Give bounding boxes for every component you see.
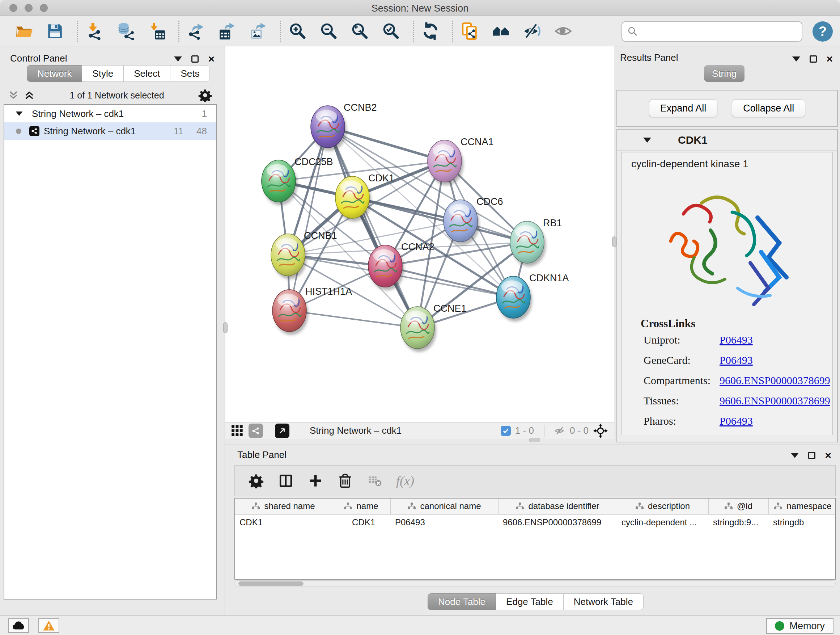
delete-column-button[interactable] [337, 472, 354, 489]
open-session-button[interactable] [14, 21, 34, 41]
import-table-file-button[interactable] [147, 21, 167, 41]
left-splitter-grip[interactable] [223, 322, 227, 333]
network-node-CCNB1[interactable]: CCNB1 [271, 230, 337, 279]
show-all-button[interactable] [553, 21, 573, 41]
table-cell[interactable]: cyclin-dependent ... [617, 515, 709, 530]
panel-close-icon[interactable]: × [826, 54, 833, 65]
network-node-RB1[interactable]: RB1 [510, 218, 562, 266]
zoom-out-button[interactable] [319, 21, 339, 41]
panel-menu-icon[interactable] [791, 453, 799, 458]
selected-count-checkbox[interactable] [501, 426, 511, 436]
open-folder-icon [15, 22, 33, 40]
network-row[interactable]: String Network – cdk1 11 48 [4, 122, 216, 140]
network-node-CCNE1[interactable]: CCNE1 [401, 303, 467, 352]
help-button[interactable]: ? [813, 21, 833, 42]
tab-string[interactable]: String [704, 65, 745, 82]
tab-node-table[interactable]: Node Table [428, 593, 496, 610]
table-options-button[interactable] [248, 472, 264, 489]
network-edge[interactable] [289, 310, 417, 328]
network-node-CDKN1A[interactable]: CDKN1A [496, 272, 569, 321]
search-input[interactable] [642, 26, 797, 37]
tab-select[interactable]: Select [124, 65, 171, 82]
collapse-all-button[interactable]: Collapse All [732, 100, 805, 117]
panel-float-icon[interactable] [191, 55, 199, 63]
hide-selected-button[interactable] [522, 21, 542, 41]
zoom-in-button[interactable] [287, 21, 308, 41]
table-cell[interactable]: stringdb [769, 515, 836, 530]
panel-float-icon[interactable] [810, 55, 817, 63]
right-splitter-grip[interactable] [612, 236, 616, 247]
table-cell[interactable]: P06493 [391, 515, 499, 530]
zoom-fit-button[interactable] [350, 21, 370, 41]
column-header-canonical-name[interactable]: canonical name [391, 499, 499, 514]
tab-network-table[interactable]: Network Table [564, 593, 644, 610]
crosslink-link[interactable]: P06493 [720, 354, 753, 366]
network-edge[interactable] [385, 266, 513, 297]
first-neighbors-button[interactable] [491, 21, 511, 41]
tab-style[interactable]: Style [82, 65, 124, 82]
tab-edge-table[interactable]: Edge Table [496, 593, 564, 610]
network-options-gear-icon[interactable] [198, 88, 212, 102]
table-cell[interactable]: CDK1 [332, 515, 391, 530]
network-edge[interactable] [328, 127, 417, 328]
warning-status-button[interactable] [38, 618, 59, 633]
show-columns-button[interactable] [278, 472, 294, 489]
panel-close-icon[interactable]: × [825, 450, 831, 461]
toolbar-separator [280, 21, 281, 42]
table-cell[interactable]: stringdb:9... [709, 515, 769, 530]
create-column-button[interactable] [307, 472, 324, 489]
export-network-button[interactable] [186, 21, 206, 41]
collapse-all-icon[interactable] [7, 89, 19, 101]
crosslink-link[interactable]: 9606.ENSP00000378699 [720, 394, 830, 407]
panel-menu-icon[interactable] [792, 57, 800, 62]
network-collection-row[interactable]: String Network – cdk1 1 [4, 105, 216, 122]
gene-header-row[interactable]: CDK1 [617, 130, 837, 150]
column-header--id[interactable]: @id [709, 499, 769, 514]
network-node-CDC6[interactable]: CDC6 [444, 196, 503, 245]
export-image-button[interactable] [248, 21, 268, 41]
panel-float-icon[interactable] [808, 452, 815, 459]
panel-close-icon[interactable]: × [208, 54, 215, 65]
zoom-selected-button[interactable] [381, 21, 401, 41]
table-cell[interactable]: CDK1 [235, 515, 332, 530]
bottom-splitter-grip[interactable] [529, 438, 540, 442]
memory-button[interactable]: Memory [766, 618, 834, 634]
expand-all-button[interactable]: Expand All [649, 100, 718, 117]
crosslink-link[interactable]: P06493 [720, 415, 753, 427]
column-header-namespace[interactable]: namespace [769, 499, 836, 514]
crosslink-link[interactable]: P06493 [720, 334, 753, 346]
gene-expander-icon[interactable] [643, 138, 651, 143]
apply-layout-button[interactable] [420, 21, 441, 41]
open-in-window-icon[interactable] [275, 424, 289, 438]
network-node-HIST1H1A[interactable]: HIST1H1A [272, 286, 352, 335]
scrollbar-thumb[interactable] [238, 581, 303, 586]
network-node-CCNB2[interactable]: CCNB2 [311, 102, 377, 151]
column-header-shared-name[interactable]: shared name [235, 499, 332, 514]
network-graph[interactable]: CCNB2CCNA1CDC25BCDK1CDC6RB1CCNB1CCNA2CDK… [225, 46, 614, 422]
network-edge[interactable] [289, 127, 328, 310]
cloud-status-button[interactable] [8, 618, 29, 633]
birds-eye-view-icon[interactable] [231, 424, 243, 437]
column-header-database-identifier[interactable]: database identifier [499, 499, 617, 514]
panel-menu-icon[interactable] [174, 57, 182, 62]
clone-network-button[interactable] [460, 21, 480, 41]
table-horizontal-scrollbar[interactable] [234, 580, 836, 587]
node-label: CCNB1 [304, 230, 337, 241]
save-session-button[interactable] [45, 21, 65, 41]
crosslink-link[interactable]: 9606.ENSP00000378699 [720, 374, 830, 386]
table-cell[interactable]: 9606.ENSP00000378699 [499, 515, 617, 530]
column-header-description[interactable]: description [617, 499, 709, 514]
import-network-database-button[interactable] [115, 21, 136, 41]
tab-sets[interactable]: Sets [171, 65, 210, 82]
tab-network[interactable]: Network [27, 65, 82, 82]
table-row[interactable]: CDK1CDK1P064939606.ENSP00000378699cyclin… [235, 515, 835, 530]
tree-expander-icon[interactable] [16, 111, 23, 116]
fit-selection-crosshair-icon[interactable] [593, 423, 608, 439]
network-view-canvas[interactable]: CCNB2CCNA1CDC25BCDK1CDC6RB1CCNB1CCNA2CDK… [225, 46, 614, 422]
import-network-file-button[interactable] [84, 21, 104, 41]
network-overview-icon[interactable] [248, 424, 263, 438]
export-table-button[interactable] [217, 21, 237, 41]
expand-all-icon[interactable] [23, 89, 35, 101]
column-header-name[interactable]: name [332, 499, 391, 514]
network-node-CDC25B[interactable]: CDC25B [262, 157, 333, 205]
